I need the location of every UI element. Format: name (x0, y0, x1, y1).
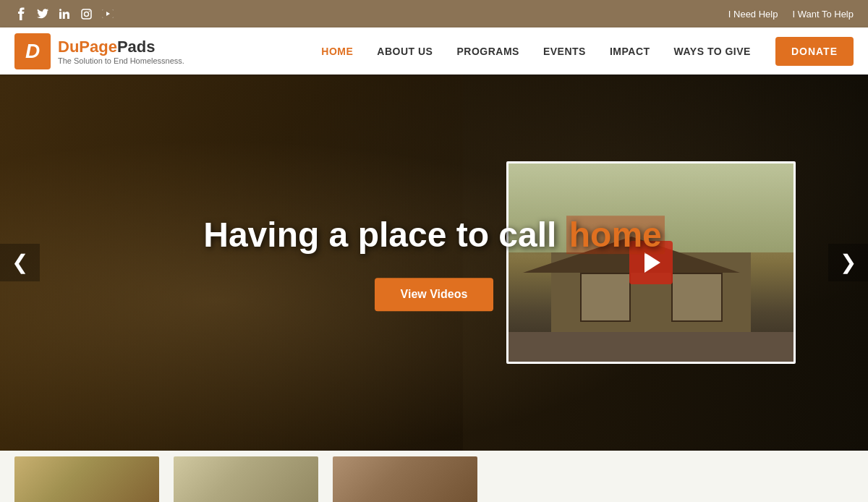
hero-content: Having a place to call home View Videos (181, 214, 687, 311)
want-help-link[interactable]: I Want To Help (792, 9, 854, 20)
nav-ways-to-give[interactable]: WAYS TO GIVE (664, 40, 761, 63)
logo-icon: D (14, 33, 51, 69)
logo-tagline: The Solution to End Homelessness. (58, 56, 184, 65)
facebook-icon[interactable] (14, 7, 27, 20)
youtube-icon[interactable] (101, 7, 114, 20)
linkedin-icon[interactable] (58, 7, 71, 20)
instagram-icon[interactable] (80, 7, 93, 20)
logo-name-part1: DuPage (58, 38, 117, 56)
nav-programs[interactable]: PROGRAMS (446, 40, 529, 63)
bottom-thumb-1 (14, 456, 159, 502)
navbar: D DuPagePads The Solution to End Homeles… (0, 27, 868, 75)
hero-title: Having a place to call home (181, 214, 687, 256)
nav-events[interactable]: EVENTS (533, 40, 596, 63)
bottom-thumb-3 (333, 456, 477, 502)
hero-section: ❮ Having a place to call home Vi (0, 75, 868, 451)
nav-about[interactable]: ABOUT US (367, 40, 443, 63)
social-icons (14, 7, 114, 20)
view-videos-button[interactable]: View Videos (375, 278, 494, 311)
top-bar: I Need Help I Want To Help (0, 0, 868, 27)
need-help-link[interactable]: I Need Help (728, 9, 778, 20)
svg-point-2 (88, 10, 90, 12)
top-links: I Need Help I Want To Help (728, 9, 854, 20)
bottom-thumb-2 (174, 456, 318, 502)
donate-button[interactable]: DONATE (775, 37, 854, 66)
logo-text: DuPagePads The Solution to End Homelessn… (58, 38, 184, 65)
hero-prev-button[interactable]: ❮ (0, 244, 40, 281)
logo-name: DuPagePads (58, 38, 184, 56)
logo-name-part2: Pads (117, 38, 156, 56)
hero-next-button[interactable]: ❯ (828, 244, 868, 281)
nav-home[interactable]: HOME (311, 40, 363, 63)
logo-area[interactable]: D DuPagePads The Solution to End Homeles… (14, 33, 184, 69)
bottom-strip (0, 451, 868, 502)
twitter-icon[interactable] (36, 7, 49, 20)
nav-links: HOME ABOUT US PROGRAMS EVENTS IMPACT WAY… (311, 37, 854, 66)
nav-impact[interactable]: IMPACT (600, 40, 660, 63)
hero-title-highlight: home (566, 216, 665, 254)
hero-title-text: Having a place to call (203, 216, 566, 254)
svg-point-1 (84, 12, 88, 16)
